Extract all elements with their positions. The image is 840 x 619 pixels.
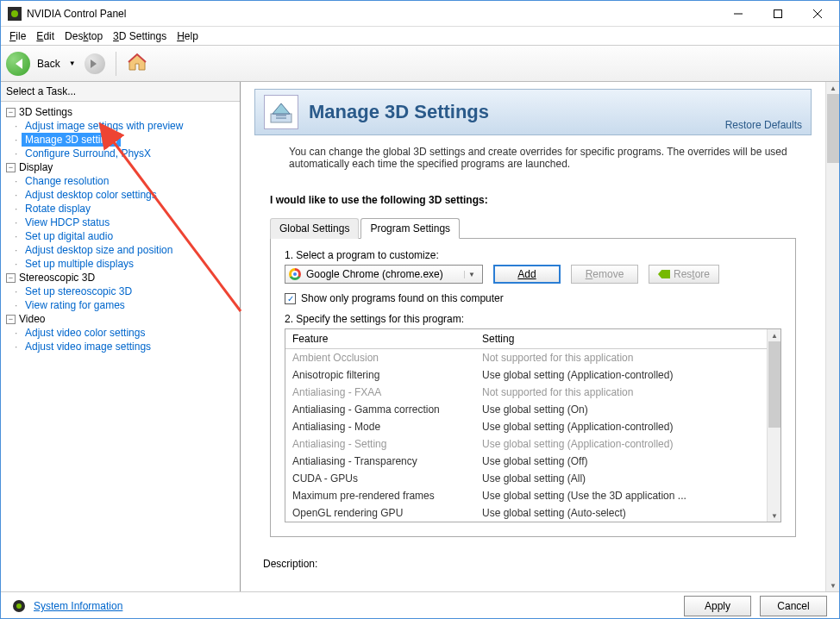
feature-cell: Antialiasing - Gamma correction	[292, 403, 482, 416]
scroll-up-icon[interactable]: ▲	[826, 82, 839, 94]
tree-group-video[interactable]: −Video	[3, 312, 238, 326]
page-description: You can change the global 3D settings an…	[254, 135, 812, 180]
svg-rect-1	[774, 9, 782, 17]
collapse-icon[interactable]: −	[6, 163, 16, 172]
setting-cell: Use global setting (Use the 3D applicati…	[482, 490, 760, 502]
scroll-up-icon[interactable]: ▲	[768, 329, 781, 341]
tree-item-configure-surround[interactable]: Configure Surround, PhysX	[22, 147, 238, 160]
table-row[interactable]: Maximum pre-rendered framesUse global se…	[285, 487, 767, 504]
collapse-icon[interactable]: −	[6, 315, 16, 324]
table-row[interactable]: Ambient OcclusionNot supported for this …	[285, 349, 767, 366]
menu-3d-settings[interactable]: 3D Settings	[108, 28, 172, 44]
tree-item-desktop-size-position[interactable]: Adjust desktop size and position	[22, 243, 238, 257]
table-row[interactable]: OpenGL rendering GPUUse global setting (…	[285, 504, 767, 522]
setting-cell: Use global setting (Off)	[482, 455, 760, 467]
feature-cell: Antialiasing - FXAA	[292, 386, 482, 398]
program-select-value: Google Chrome (chrome.exe)	[306, 268, 464, 280]
content-scrollbar[interactable]: ▲ ▼	[825, 82, 839, 591]
nvidia-app-icon	[8, 7, 22, 21]
tab-body: 1. Select a program to customize: Google…	[270, 239, 796, 537]
remove-button[interactable]: Remove	[571, 265, 638, 284]
tree-item-change-resolution[interactable]: Change resolution	[22, 174, 238, 188]
tree-item-adjust-image-settings[interactable]: Adjust image settings with preview	[22, 119, 238, 133]
tree-item-rotate-display[interactable]: Rotate display	[22, 202, 238, 216]
tree-item-video-color[interactable]: Adjust video color settings	[22, 326, 238, 340]
table-row[interactable]: Antialiasing - SettingUse global setting…	[285, 435, 767, 453]
menu-file[interactable]: File	[4, 28, 31, 44]
table-row[interactable]: Anisotropic filteringUse global setting …	[285, 366, 767, 384]
system-information-link[interactable]: System Information	[34, 600, 122, 612]
tree-item-digital-audio[interactable]: Set up digital audio	[22, 229, 238, 243]
maximize-button[interactable]	[758, 1, 798, 27]
tree-item-setup-stereoscopic[interactable]: Set up stereoscopic 3D	[22, 284, 238, 298]
menu-edit[interactable]: Edit	[31, 28, 60, 44]
table-row[interactable]: Antialiasing - Gamma correctionUse globa…	[285, 401, 767, 418]
step2-label: 2. Specify the settings for this program…	[285, 313, 781, 325]
setting-cell: Use global setting (Application-controll…	[482, 421, 760, 433]
show-only-checkbox[interactable]: ✓	[285, 293, 296, 304]
nvidia-logo-icon	[658, 270, 670, 278]
tab-global-settings[interactable]: Global Settings	[270, 218, 359, 239]
step1-label: 1. Select a program to customize:	[285, 249, 781, 261]
toolbar-separator	[116, 52, 116, 76]
setting-cell: Use global setting (All)	[482, 472, 760, 485]
menu-help[interactable]: Help	[172, 28, 204, 44]
menu-desktop[interactable]: Desktop	[60, 28, 108, 44]
restore-defaults-link[interactable]: Restore Defaults	[725, 119, 802, 131]
content-area: Manage 3D Settings Restore Defaults You …	[241, 82, 839, 591]
scrollbar-thumb[interactable]	[768, 341, 780, 428]
sidebar-header: Select a Task...	[1, 82, 240, 102]
window-title: NVIDIA Control Panel	[27, 8, 718, 20]
tree-item-view-hdcp[interactable]: View HDCP status	[22, 216, 238, 229]
scroll-down-icon[interactable]: ▼	[826, 579, 839, 591]
collapse-icon[interactable]: −	[6, 108, 16, 117]
tree-item-video-image[interactable]: Adjust video image settings	[22, 340, 238, 353]
table-row[interactable]: Antialiasing - ModeUse global setting (A…	[285, 418, 767, 435]
titlebar: NVIDIA Control Panel	[1, 1, 839, 27]
menubar: File Edit Desktop 3D Settings Help	[1, 27, 839, 46]
setting-cell: Use global setting (On)	[482, 403, 760, 416]
tree-item-adjust-desktop-color[interactable]: Adjust desktop color settings	[22, 188, 238, 202]
tree-item-manage-3d-settings[interactable]: Manage 3D settings	[22, 133, 121, 147]
back-button[interactable]	[6, 52, 30, 76]
feature-cell: Ambient Occlusion	[292, 352, 482, 364]
apply-button[interactable]: Apply	[684, 596, 751, 616]
chevron-down-icon: ▼	[464, 271, 479, 278]
minimize-button[interactable]	[718, 1, 758, 27]
table-row[interactable]: Antialiasing - FXAANot supported for thi…	[285, 384, 767, 401]
setting-cell: Use global setting (Auto-select)	[482, 507, 760, 519]
tree-group-3d-settings[interactable]: −3D Settings	[3, 105, 238, 119]
back-dropdown-arrow[interactable]: ▼	[69, 59, 76, 67]
col-header-setting[interactable]: Setting	[475, 329, 780, 348]
back-label: Back	[37, 58, 60, 70]
col-header-feature[interactable]: Feature	[285, 329, 475, 348]
tree-group-display[interactable]: −Display	[3, 160, 238, 174]
cancel-button[interactable]: Cancel	[760, 596, 827, 616]
table-scrollbar[interactable]: ▲ ▼	[767, 329, 780, 522]
tree-item-multiple-displays[interactable]: Set up multiple displays	[22, 257, 238, 271]
table-row[interactable]: CUDA - GPUsUse global setting (All)	[285, 470, 767, 487]
table-row[interactable]: Antialiasing - TransparencyUse global se…	[285, 453, 767, 470]
task-tree: −3D Settings Adjust image settings with …	[1, 102, 240, 591]
settings-prompt: I would like to use the following 3D set…	[270, 187, 796, 213]
close-button[interactable]	[798, 1, 837, 27]
show-only-label: Show only programs found on this compute…	[301, 292, 504, 304]
settings-table: Feature Setting Ambient OcclusionNot sup…	[285, 328, 781, 522]
toolbar: Back ▼	[1, 46, 839, 82]
feature-cell: Anisotropic filtering	[292, 369, 482, 381]
footer: System Information Apply Cancel	[1, 591, 839, 619]
tab-program-settings[interactable]: Program Settings	[360, 218, 460, 239]
restore-button[interactable]: Restore	[649, 265, 719, 284]
feature-cell: Antialiasing - Transparency	[292, 455, 482, 467]
scroll-down-icon[interactable]: ▼	[768, 510, 781, 522]
collapse-icon[interactable]: −	[6, 273, 16, 283]
program-select[interactable]: Google Chrome (chrome.exe) ▼	[285, 265, 483, 284]
scrollbar-thumb[interactable]	[827, 94, 839, 163]
sidebar: Select a Task... −3D Settings Adjust ima…	[1, 82, 241, 591]
forward-button[interactable]	[85, 53, 105, 74]
add-button[interactable]: Add	[493, 265, 561, 284]
tree-item-view-rating-games[interactable]: View rating for games	[22, 298, 238, 312]
home-icon[interactable]	[127, 52, 147, 75]
feature-cell: Antialiasing - Mode	[292, 421, 482, 433]
tree-group-stereoscopic[interactable]: −Stereoscopic 3D	[3, 271, 238, 284]
